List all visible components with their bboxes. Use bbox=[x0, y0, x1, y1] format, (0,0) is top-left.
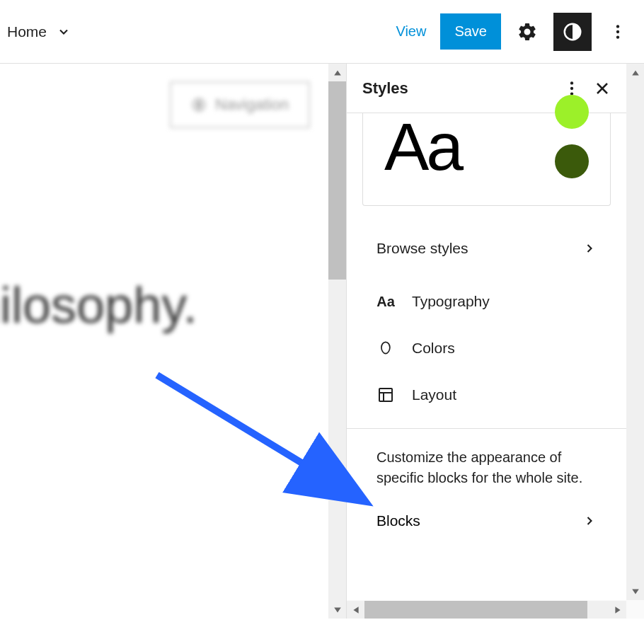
svg-rect-13 bbox=[379, 389, 392, 401]
canvas-vertical-scrollbar[interactable] bbox=[328, 64, 346, 619]
navigation-block[interactable]: Navigation bbox=[170, 81, 310, 128]
divider bbox=[347, 428, 626, 429]
main-area: Navigation hilosophy. Styles bbox=[0, 64, 644, 619]
chevron-down-icon[interactable] bbox=[55, 23, 72, 40]
svg-point-9 bbox=[570, 86, 573, 89]
chevron-right-icon bbox=[582, 514, 597, 528]
svg-marker-6 bbox=[334, 70, 341, 75]
sidebar-area: Styles Aa Brow bbox=[347, 64, 644, 619]
sidebar-horizontal-scrollbar[interactable] bbox=[347, 601, 626, 619]
scroll-down-icon[interactable] bbox=[328, 601, 346, 619]
layout-item[interactable]: Layout bbox=[347, 372, 626, 418]
blocks-label: Blocks bbox=[376, 512, 420, 529]
settings-button[interactable] bbox=[508, 13, 546, 51]
scroll-up-icon[interactable] bbox=[328, 64, 346, 81]
canvas-content: Navigation hilosophy. bbox=[0, 64, 346, 92]
layout-label: Layout bbox=[412, 386, 456, 403]
save-button[interactable]: Save bbox=[440, 13, 501, 50]
scroll-down-icon[interactable] bbox=[626, 582, 644, 600]
top-right: View Save bbox=[389, 13, 637, 51]
colors-item[interactable]: Colors bbox=[347, 325, 626, 372]
top-left: Home bbox=[7, 23, 72, 40]
color-swatch-olive bbox=[555, 144, 589, 178]
style-preview-card[interactable]: Aa bbox=[362, 113, 611, 206]
blocks-item[interactable]: Blocks bbox=[347, 500, 626, 542]
navigation-block-label: Navigation bbox=[215, 96, 289, 114]
svg-marker-19 bbox=[615, 606, 620, 614]
scroll-left-icon[interactable] bbox=[347, 601, 364, 619]
scroll-thumb[interactable] bbox=[328, 81, 346, 280]
svg-marker-7 bbox=[334, 607, 341, 612]
sidebar-vertical-scrollbar[interactable] bbox=[626, 64, 644, 600]
scroll-right-icon[interactable] bbox=[609, 601, 626, 619]
scroll-up-icon[interactable] bbox=[626, 64, 644, 81]
home-breadcrumb[interactable]: Home bbox=[7, 23, 47, 40]
typography-item[interactable]: Aa Typography bbox=[347, 278, 626, 325]
svg-point-2 bbox=[616, 30, 619, 33]
svg-marker-17 bbox=[632, 589, 639, 594]
colors-icon bbox=[375, 338, 396, 359]
svg-point-3 bbox=[616, 35, 619, 38]
styles-panel: Styles Aa Brow bbox=[347, 64, 626, 600]
more-options-button[interactable] bbox=[599, 13, 637, 51]
browse-styles-label: Browse styles bbox=[376, 240, 468, 257]
close-icon[interactable] bbox=[594, 80, 611, 97]
chevron-right-icon bbox=[582, 241, 597, 255]
blocks-description: Customize the appearance of specific blo… bbox=[347, 439, 626, 500]
browse-styles-item[interactable]: Browse styles bbox=[347, 227, 626, 270]
canvas-area: Navigation hilosophy. bbox=[0, 64, 347, 619]
colors-label: Colors bbox=[412, 340, 455, 357]
svg-point-8 bbox=[570, 81, 573, 84]
color-previews bbox=[555, 95, 589, 178]
styles-toggle-button[interactable] bbox=[553, 13, 592, 51]
svg-marker-16 bbox=[632, 70, 639, 75]
view-link[interactable]: View bbox=[389, 18, 433, 45]
svg-marker-5 bbox=[197, 101, 201, 108]
scroll-thumb-h[interactable] bbox=[364, 601, 587, 619]
svg-marker-18 bbox=[353, 606, 358, 614]
color-swatch-lime bbox=[555, 95, 589, 129]
top-bar: Home View Save bbox=[0, 0, 644, 64]
panel-title: Styles bbox=[362, 79, 408, 98]
layout-icon bbox=[375, 384, 396, 406]
typography-icon: Aa bbox=[375, 291, 396, 312]
typography-preview: Aa bbox=[384, 113, 461, 180]
svg-point-1 bbox=[616, 25, 619, 28]
typography-label: Typography bbox=[412, 293, 490, 310]
canvas-heading: hilosophy. bbox=[0, 276, 197, 334]
